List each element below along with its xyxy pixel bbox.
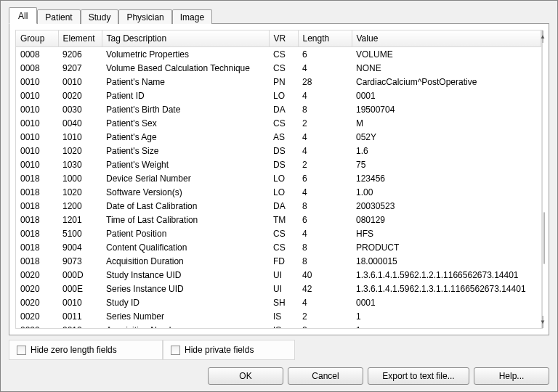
- cell-len: 4: [298, 89, 352, 102]
- cell-value: VOLUME: [352, 47, 541, 62]
- checkbox-icon[interactable]: [17, 346, 26, 355]
- table-row[interactable]: 00189004Content QualificationCS8PRODUCT: [16, 240, 541, 254]
- table-row[interactable]: 00200010Study IDSH40001: [16, 295, 541, 309]
- cell-desc: Series Number: [102, 309, 269, 323]
- cell-vr: CS: [269, 226, 298, 240]
- cell-desc: Acquisition Number: [102, 323, 269, 328]
- hide-zero-length-option[interactable]: Hide zero length fields: [9, 340, 163, 360]
- col-header-desc[interactable]: Tag Description: [102, 30, 269, 47]
- table-row[interactable]: 00100020Patient IDLO40001: [16, 89, 541, 102]
- cell-group: 0010: [16, 158, 58, 171]
- cell-element: 1000: [58, 171, 102, 185]
- table-row[interactable]: 00185100Patient PositionCS4HFS: [16, 226, 541, 240]
- cell-len: 6: [298, 171, 352, 185]
- export-button[interactable]: Export to text file...: [368, 367, 469, 385]
- cell-element: 0020: [58, 89, 102, 102]
- cell-len: 4: [298, 144, 352, 158]
- table-row[interactable]: 00101030Patient's WeightDS275: [16, 158, 541, 171]
- vertical-scrollbar[interactable]: ▲ ▼: [541, 30, 542, 328]
- cell-len: 40: [298, 268, 352, 282]
- cell-vr: CS: [269, 47, 298, 62]
- cell-element: 9004: [58, 240, 102, 254]
- table-row[interactable]: 0020000ESeries Instance UIDUI421.3.6.1.4…: [16, 282, 541, 295]
- tab-study[interactable]: Study: [81, 9, 119, 24]
- tab-image[interactable]: Image: [172, 9, 212, 24]
- table-row[interactable]: 00200012Acquisition NumberIS21: [16, 323, 541, 328]
- cell-element: 1030: [58, 158, 102, 171]
- col-header-vr[interactable]: VR: [269, 30, 298, 47]
- tab-all[interactable]: All: [9, 7, 37, 24]
- cell-len: 28: [298, 75, 352, 89]
- cell-len: 2: [298, 309, 352, 323]
- cell-element: 000D: [58, 268, 102, 282]
- col-header-group[interactable]: Group: [16, 30, 58, 47]
- cell-group: 0010: [16, 102, 58, 116]
- cell-len: 8: [298, 240, 352, 254]
- hide-zero-length-label: Hide zero length fields: [31, 345, 117, 355]
- table-row[interactable]: 00181000Device Serial NumberLO6123456: [16, 171, 541, 185]
- tab-patient[interactable]: Patient: [37, 9, 80, 24]
- table-row[interactable]: 00189073Acquisition DurationFD818.000015: [16, 254, 541, 268]
- table-row[interactable]: 00101010Patient's AgeAS4052Y: [16, 130, 541, 144]
- cell-value: 18.000015: [352, 254, 541, 268]
- cell-element: 1020: [58, 185, 102, 199]
- ok-button[interactable]: OK: [208, 367, 283, 385]
- cell-element: 9207: [58, 61, 102, 75]
- cell-element: 0040: [58, 116, 102, 130]
- hide-private-option[interactable]: Hide private fields: [163, 340, 295, 360]
- cell-value: 080129: [352, 213, 541, 226]
- cell-element: 9073: [58, 254, 102, 268]
- cell-vr: LO: [269, 185, 298, 199]
- scroll-up-button[interactable]: ▲: [542, 30, 543, 43]
- table-row[interactable]: 00100010Patient's NamePN28CardiacCalcium…: [16, 75, 541, 89]
- cell-group: 0020: [16, 323, 58, 328]
- cell-len: 2: [298, 323, 352, 328]
- cell-value: 75: [352, 158, 541, 171]
- cell-vr: CS: [269, 116, 298, 130]
- help-button[interactable]: Help...: [474, 367, 549, 385]
- tab-strip: AllPatientStudyPhysicianImage: [9, 7, 549, 23]
- cell-desc: Patient's Weight: [102, 158, 269, 171]
- table-row[interactable]: 00181200Date of Last CalibrationDA820030…: [16, 199, 541, 213]
- cell-len: 8: [298, 102, 352, 116]
- cell-desc: Patient's Birth Date: [102, 102, 269, 116]
- col-header-value[interactable]: Value: [352, 30, 541, 47]
- table-row[interactable]: 0020000DStudy Instance UIDUI401.3.6.1.4.…: [16, 268, 541, 282]
- table-row[interactable]: 00181020Software Version(s)LO41.00: [16, 185, 541, 199]
- scroll-thumb[interactable]: [543, 212, 545, 264]
- cell-vr: IS: [269, 309, 298, 323]
- checkbox-icon[interactable]: [171, 346, 180, 355]
- cell-desc: Device Serial Number: [102, 171, 269, 185]
- table-row[interactable]: 00101020Patient's SizeDS41.6: [16, 144, 541, 158]
- cell-group: 0008: [16, 47, 58, 62]
- cell-len: 2: [298, 158, 352, 171]
- col-header-element[interactable]: Element: [58, 30, 102, 47]
- table-row[interactable]: 00100040Patient's SexCS2M: [16, 116, 541, 130]
- table-row[interactable]: 00089206Volumetric PropertiesCS6VOLUME: [16, 47, 541, 62]
- cell-group: 0010: [16, 130, 58, 144]
- cell-vr: UI: [269, 268, 298, 282]
- table-row[interactable]: 00200011Series NumberIS21: [16, 309, 541, 323]
- cancel-button[interactable]: Cancel: [288, 367, 363, 385]
- tab-physician[interactable]: Physician: [118, 9, 171, 24]
- cell-vr: CS: [269, 61, 298, 75]
- scroll-down-button[interactable]: ▼: [542, 316, 543, 328]
- table-row[interactable]: 00100030Patient's Birth DateDA819500704: [16, 102, 541, 116]
- cell-desc: Series Instance UID: [102, 282, 269, 295]
- cell-group: 0010: [16, 75, 58, 89]
- table-row[interactable]: 00181201Time of Last CalibrationTM608012…: [16, 213, 541, 226]
- tag-list[interactable]: Group Element Tag Description VR Length …: [16, 30, 541, 328]
- cell-len: 4: [298, 185, 352, 199]
- cell-len: 8: [298, 254, 352, 268]
- dialog-frame: AllPatientStudyPhysicianImage Group Elem…: [0, 0, 558, 392]
- cell-value: 1.3.6.1.4.1.5962.1.3.1.1.1166562673.1440…: [352, 282, 541, 295]
- cell-desc: Time of Last Calibration: [102, 213, 269, 226]
- col-header-length[interactable]: Length: [298, 30, 352, 47]
- cell-desc: Date of Last Calibration: [102, 199, 269, 213]
- cell-value: 1: [352, 323, 541, 328]
- cell-group: 0018: [16, 171, 58, 185]
- cell-vr: AS: [269, 130, 298, 144]
- tab-panel-all: Group Element Tag Description VR Length …: [9, 23, 549, 335]
- cell-value: 20030523: [352, 199, 541, 213]
- table-row[interactable]: 00089207Volume Based Calculation Techniq…: [16, 61, 541, 75]
